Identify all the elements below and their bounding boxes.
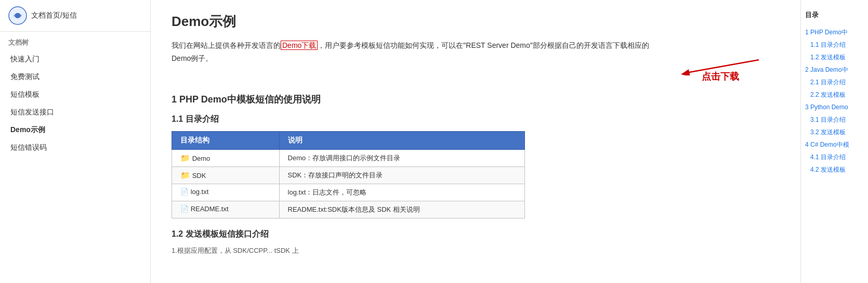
toc-title: 目录: [805, 8, 864, 22]
sidebar-item-demo[interactable]: Demo示例: [0, 121, 150, 139]
table-cell-desc: README.txt:SDK版本信息及 SDK 相关说明: [279, 201, 524, 218]
table-col1-header: 目录结构: [172, 132, 280, 150]
sidebar-item-freetrial[interactable]: 免费测试: [0, 68, 150, 86]
section1-2-content: 1.根据应用配置，从 SDK/CCPP... tSDK 上: [172, 246, 780, 255]
sidebar: 文档首页/短信 文档树 快速入门 免费测试 短信模板 短信发送接口 Demo示例…: [0, 0, 151, 283]
table-row: 📁 SDK SDK：存放接口声明的文件目录: [172, 167, 525, 184]
section1-1-title: 1.1 目录介绍: [172, 114, 780, 125]
table-row: 📄 log.txt log.txt：日志文件，可忽略: [172, 184, 525, 201]
logo-icon: [8, 6, 27, 25]
toc-sub-php-1[interactable]: 1.1 目录介绍: [805, 38, 864, 51]
toc-item-python[interactable]: 3 Python Demo: [805, 101, 864, 113]
section1-title: 1 PHP Demo中模板短信的使用说明: [172, 93, 780, 106]
toc-sub-java-2[interactable]: 2.2 发送模板: [805, 88, 864, 101]
sidebar-item-quickstart[interactable]: 快速入门: [0, 50, 150, 68]
intro-part1: 我们在网站上提供各种开发语言的: [172, 41, 281, 49]
table-row: 📁 Demo Demo：存放调用接口的示例文件目录: [172, 150, 525, 167]
sidebar-item-sendapi[interactable]: 短信发送接口: [0, 104, 150, 121]
toc-item-java[interactable]: 2 Java Demo中: [805, 63, 864, 76]
page-title: Demo示例: [172, 12, 780, 31]
svg-point-1: [15, 13, 20, 18]
toc-sub-java-1[interactable]: 2.1 目录介绍: [805, 76, 864, 88]
intro-annotation: 点击下载: [665, 39, 780, 83]
table-cell-desc: log.txt：日志文件，可忽略: [279, 184, 524, 201]
sidebar-breadcrumb: 文档首页/短信: [31, 11, 77, 20]
toc-item-csharp[interactable]: 4 C# Demo中模: [805, 138, 864, 151]
toc-sub-csharp-1[interactable]: 4.1 目录介绍: [805, 151, 864, 163]
sidebar-item-errorcode[interactable]: 短信错误码: [0, 139, 150, 157]
table-cell-file: 📄 log.txt: [172, 184, 280, 201]
file-icon: 📄: [180, 188, 189, 196]
table-row: 📄 README.txt README.txt:SDK版本信息及 SDK 相关说…: [172, 201, 525, 218]
folder-icon: 📁: [180, 153, 190, 162]
directory-table: 目录结构 说明 📁 Demo Demo：存放调用接口的示例文件目录 📁 SDK …: [172, 131, 525, 218]
table-cell-file: 📄 README.txt: [172, 201, 280, 218]
toc-sub-python-1[interactable]: 3.1 目录介绍: [805, 113, 864, 126]
table-cell-file: 📁 Demo: [172, 150, 280, 167]
intro-text: 我们在网站上提供各种开发语言的Demo下载，用户要参考模板短信功能如何实现，可以…: [172, 39, 665, 65]
svg-marker-3: [681, 69, 690, 75]
table-cell-desc: SDK：存放接口声明的文件目录: [279, 167, 524, 184]
table-cell-desc: Demo：存放调用接口的示例文件目录: [279, 150, 524, 167]
table-col2-header: 说明: [279, 132, 524, 150]
click-label: 点击下载: [702, 70, 739, 83]
main-content: Demo示例 我们在网站上提供各种开发语言的Demo下载，用户要参考模板短信功能…: [151, 0, 800, 283]
sidebar-item-template[interactable]: 短信模板: [0, 86, 150, 104]
section1-2-title: 1.2 发送模板短信接口介绍: [172, 229, 780, 240]
folder-icon: 📁: [180, 171, 190, 179]
intro-row: 我们在网站上提供各种开发语言的Demo下载，用户要参考模板短信功能如何实现，可以…: [172, 39, 780, 83]
sidebar-logo: 文档首页/短信: [0, 0, 150, 32]
toc-sub-csharp-2[interactable]: 4.2 发送模板: [805, 163, 864, 176]
toc-item-php[interactable]: 1 PHP Demo中: [805, 26, 864, 38]
toc-sub-python-2[interactable]: 3.2 发送模板: [805, 126, 864, 138]
sidebar-tree-title: 文档树: [0, 32, 150, 50]
table-cell-file: 📁 SDK: [172, 167, 280, 184]
toc-panel: 目录 1 PHP Demo中 1.1 目录介绍 1.2 发送模板 2 Java …: [800, 0, 868, 283]
demo-download-link[interactable]: Demo下载: [281, 41, 318, 50]
file-icon: 📄: [180, 205, 189, 213]
toc-sub-php-2[interactable]: 1.2 发送模板: [805, 51, 864, 63]
